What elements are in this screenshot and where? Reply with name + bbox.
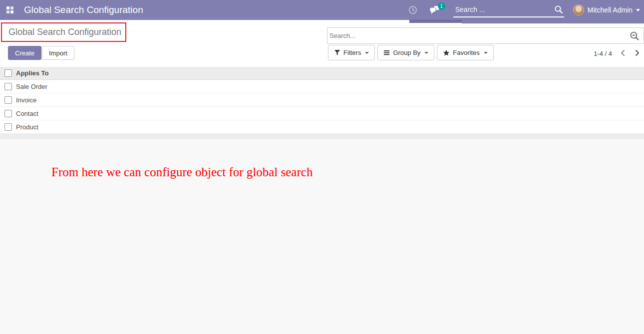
filters-label: Filters [343,49,361,56]
list-header-row: Applies To [0,67,644,80]
breadcrumb[interactable]: Global Search Configuration [2,27,121,37]
filters-button[interactable]: Filters [328,45,375,60]
breadcrumb-highlight-box: Global Search Configuration [1,22,126,42]
select-all-checkbox[interactable] [4,69,12,77]
apps-grid-icon [6,6,14,14]
message-count-badge: 1 [438,2,445,10]
annotation-text: From here we can configure object for gl… [51,165,313,179]
search-icon[interactable] [554,5,563,14]
chevron-down-icon [484,52,488,54]
row-checkbox[interactable] [4,123,12,131]
search-minus-icon[interactable] [630,31,640,41]
group-by-label: Group By [393,49,420,56]
row-label: Invoice [16,96,36,104]
table-row[interactable]: Sale Order [0,80,644,93]
table-row[interactable]: Product [0,120,644,134]
top-navbar: Global Search Configuration 1 [0,0,644,20]
messaging-menu-button[interactable]: 1 [423,0,446,20]
group-by-button[interactable]: Group By [377,45,434,60]
chevron-down-icon [636,9,640,11]
favorites-label: Favorites [453,49,479,56]
apps-menu-button[interactable] [0,0,20,20]
row-label: Contact [16,110,38,117]
search-options: Filters Group By Favorites [328,45,494,60]
navbar-search [453,2,564,17]
row-checkbox[interactable] [4,83,12,90]
column-header-applies-to[interactable]: Applies To [16,69,48,77]
navbar-search-input[interactable] [453,5,543,13]
user-avatar [573,4,584,15]
chevron-right-icon [635,49,640,56]
row-checkbox[interactable] [4,110,12,117]
app-title: Global Search Configuration [24,4,143,15]
app-window: Global Search Configuration 1 [0,0,644,334]
create-button[interactable]: Create [8,46,41,60]
star-icon [443,49,450,56]
filter-icon [334,49,340,56]
chevron-left-icon [620,49,626,56]
user-menu[interactable]: Mitchell Admin [571,0,644,20]
pager-next-button[interactable] [634,48,641,59]
pager-previous-button[interactable] [619,48,627,59]
favorites-button[interactable]: Favorites [437,45,493,60]
row-label: Product [16,123,38,131]
chevron-down-icon [365,52,369,54]
activities-menu-button[interactable] [402,0,423,20]
list-search-box [327,27,644,44]
bars-icon [383,49,390,56]
table-row[interactable]: Invoice [0,93,644,107]
row-checkbox[interactable] [4,96,12,104]
user-name: Mitchell Admin [588,6,633,14]
row-label: Sale Order [16,83,47,90]
import-button[interactable]: Import [42,46,74,60]
list-view: Applies To Sale Order Invoice Contact Pr… [0,67,644,134]
list-search-input[interactable] [327,32,630,39]
pager: 1-4 / 4 [594,48,641,59]
navbar-extension-dark [409,20,462,23]
chevron-down-icon [424,52,428,54]
list-footer-strip [0,134,644,139]
pager-range: 1-4 / 4 [594,50,612,57]
clock-icon [408,5,417,14]
navbar-extension [462,20,644,23]
table-row[interactable]: Contact [0,107,644,120]
